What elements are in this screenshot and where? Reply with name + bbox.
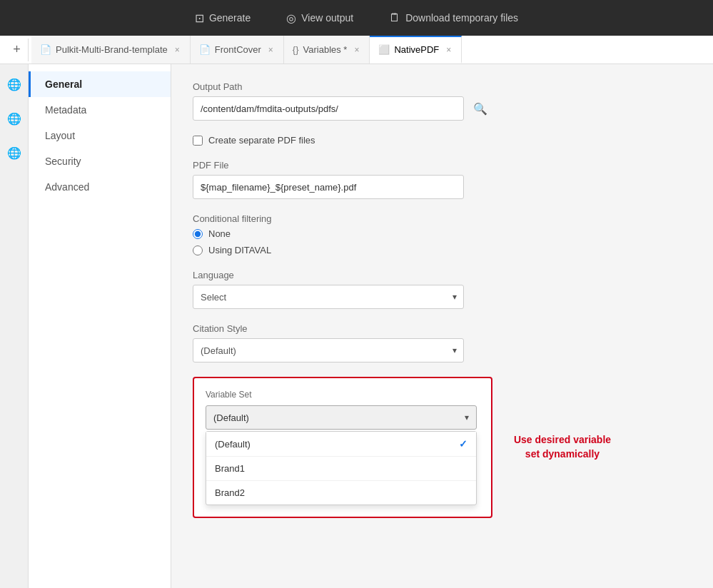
chevron-down-icon-3: ▾ <box>465 412 469 422</box>
tabs-bar: + 📄 Pulkit-Multi-Brand-template × 📄 Fron… <box>0 36 713 64</box>
radio-group: None Using DITAVAL <box>193 228 692 255</box>
icon-sidebar: 🌐 🌐 🌐 <box>0 64 29 588</box>
eye-icon: ◎ <box>286 11 296 25</box>
output-path-row: 🔍 <box>193 96 692 121</box>
conditional-filtering-label: Conditional filtering <box>193 213 692 224</box>
language-select[interactable]: Select <box>193 285 464 309</box>
create-separate-label: Create separate PDF files <box>208 135 315 146</box>
sidebar-item-general[interactable]: General <box>29 71 171 97</box>
generate-label: Generate <box>209 12 251 24</box>
dropdown-item-label-brand1: Brand1 <box>215 463 245 474</box>
citation-style-label: Citation Style <box>193 323 692 334</box>
pdf-file-group: PDF File <box>193 160 692 199</box>
output-path-label: Output Path <box>193 81 692 92</box>
language-select-wrapper: Select ▾ <box>193 285 464 309</box>
tab-label-4: NativePDF <box>394 44 439 55</box>
annotation-text: Use desired variable set dynamically <box>505 433 620 461</box>
download-label: Download temporary files <box>405 12 518 24</box>
tab-label-2: FrontCover <box>215 44 261 55</box>
view-output-button[interactable]: ◎ View output <box>279 7 360 29</box>
nav-sidebar: General Metadata Layout Security Advance… <box>29 64 171 588</box>
radio-none[interactable] <box>193 229 203 239</box>
view-output-label: View output <box>301 12 353 24</box>
check-icon: ✓ <box>459 438 467 450</box>
content-area: Output Path 🔍 Create separate PDF files … <box>171 64 713 588</box>
variable-set-label: Variable Set <box>206 390 480 400</box>
output-path-input[interactable] <box>193 96 464 121</box>
dropdown-item-brand2[interactable]: Brand2 <box>206 481 476 505</box>
sidebar-item-metadata[interactable]: Metadata <box>29 97 171 123</box>
radio-none-row: None <box>193 228 692 239</box>
sidebar-item-security[interactable]: Security <box>29 148 171 174</box>
conditional-filtering-group: Conditional filtering None Using DITAVAL <box>193 213 692 255</box>
sidebar-globe-icon-1[interactable]: 🌐 <box>1 71 27 97</box>
sidebar-globe-icon-3[interactable]: 🌐 <box>1 140 27 166</box>
download-icon: 🗒 <box>389 11 400 24</box>
tab-label-3: Variables * <box>303 44 348 55</box>
tab-close-icon-2[interactable]: × <box>267 44 275 56</box>
dropdown-item-label-brand2: Brand2 <box>215 487 245 498</box>
tab-label: Pulkit-Multi-Brand-template <box>56 44 168 55</box>
radio-ditaval-row: Using DITAVAL <box>193 245 692 255</box>
tab-variables[interactable]: {} Variables * × <box>284 36 370 64</box>
pdf-file-input[interactable] <box>193 175 464 199</box>
citation-style-group: Citation Style (Default) ▾ <box>193 323 692 363</box>
tab-frontcover[interactable]: 📄 FrontCover × <box>191 36 284 64</box>
tab-close-icon-3[interactable]: × <box>353 44 360 56</box>
add-tab-button[interactable]: + <box>6 39 29 61</box>
braces-icon: {} <box>293 44 299 55</box>
generate-button[interactable]: ⊡ Generate <box>188 7 258 29</box>
pdf-file-label: PDF File <box>193 160 692 171</box>
tab-pulkit[interactable]: 📄 Pulkit-Multi-Brand-template × <box>31 36 191 64</box>
download-button[interactable]: 🗒 Download temporary files <box>382 7 525 29</box>
toolbar: ⊡ Generate ◎ View output 🗒 Download temp… <box>0 0 713 36</box>
citation-style-select[interactable]: (Default) <box>193 338 464 363</box>
generate-icon: ⊡ <box>195 11 204 25</box>
doc-icon: 📄 <box>40 44 51 55</box>
sidebar-item-advanced[interactable]: Advanced <box>29 174 171 200</box>
sidebar-item-layout[interactable]: Layout <box>29 123 171 148</box>
create-separate-checkbox[interactable] <box>193 136 203 146</box>
create-separate-row: Create separate PDF files <box>193 135 692 146</box>
variable-set-dropdown-trigger[interactable]: (Default) ▾ <box>206 405 477 430</box>
browse-button[interactable]: 🔍 <box>470 98 491 119</box>
radio-none-label: None <box>208 228 231 239</box>
tab-nativepdf[interactable]: ⬜ NativePDF × <box>370 36 462 64</box>
tab-close-icon-4[interactable]: × <box>445 44 452 56</box>
variable-set-selected-value: (Default) <box>213 412 249 423</box>
radio-ditaval-label: Using DITAVAL <box>208 245 271 255</box>
radio-ditaval[interactable] <box>193 245 203 255</box>
pdf-file-row <box>193 175 692 199</box>
pdf-icon: ⬜ <box>378 44 390 55</box>
language-label: Language <box>193 270 692 280</box>
variable-set-dropdown: (Default) ✓ Brand1 Brand2 <box>206 431 477 505</box>
citation-style-select-wrapper: (Default) ▾ <box>193 338 464 363</box>
dropdown-item-default[interactable]: (Default) ✓ <box>206 432 476 457</box>
variable-set-section: Variable Set (Default) ▾ (Default) ✓ Bra… <box>193 377 492 518</box>
doc-icon-2: 📄 <box>199 44 211 55</box>
dropdown-item-label: (Default) <box>215 439 251 450</box>
dropdown-item-brand1[interactable]: Brand1 <box>206 457 476 481</box>
language-group: Language Select ▾ <box>193 270 692 309</box>
output-path-group: Output Path 🔍 <box>193 81 692 121</box>
tab-close-icon[interactable]: × <box>173 44 181 56</box>
sidebar-globe-icon-2[interactable]: 🌐 <box>1 106 27 131</box>
main-layout: 🌐 🌐 🌐 General Metadata Layout Security A… <box>0 64 713 588</box>
